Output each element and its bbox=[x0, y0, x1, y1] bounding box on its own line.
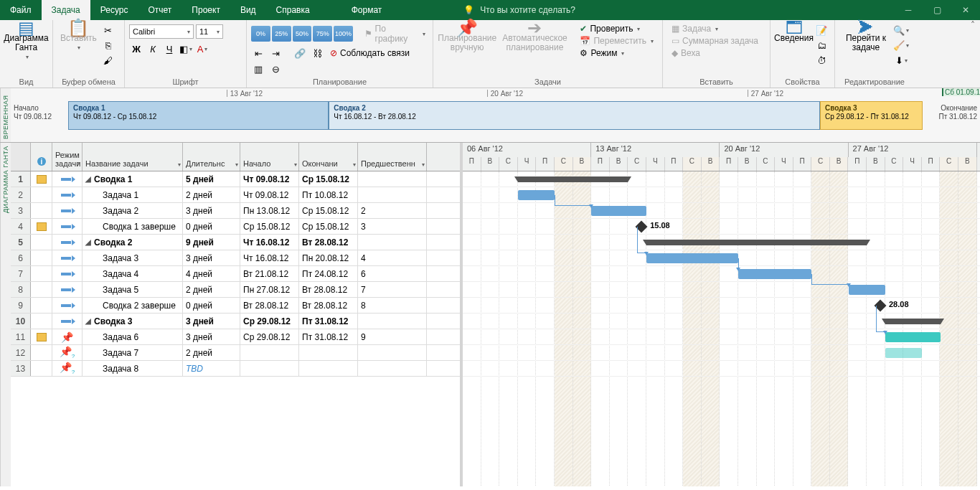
cell-name[interactable]: Задача 2 bbox=[83, 203, 183, 218]
inspect-button[interactable]: ✔Проверить▾ bbox=[577, 23, 656, 34]
collapse-icon[interactable]: ◢ bbox=[85, 238, 91, 246]
collapse-icon[interactable]: ◢ bbox=[85, 175, 91, 183]
tab-format[interactable]: Формат bbox=[341, 0, 392, 20]
cell-pred[interactable]: 6 bbox=[358, 266, 427, 281]
cell-finish[interactable] bbox=[299, 361, 358, 376]
cell-pred[interactable]: 3 bbox=[358, 219, 427, 234]
cell-finish[interactable]: Пт 10.08.12 bbox=[299, 187, 358, 202]
font-name-combo[interactable]: Calibri▾ bbox=[129, 24, 194, 39]
cell-indicator[interactable] bbox=[31, 187, 52, 202]
cell-finish[interactable]: Вт 28.08.12 bbox=[299, 282, 358, 297]
paste-button[interactable]: 📋 Вставить▾ bbox=[57, 22, 100, 54]
cell-name[interactable]: Сводка 1 заверше bbox=[83, 219, 183, 234]
table-row[interactable]: 9Сводка 2 заверше0 днейВт 28.08.12Вт 28.… bbox=[11, 298, 460, 314]
gantt-chart-button[interactable]: ▤ Диаграмма Ганта▾ bbox=[4, 22, 48, 63]
row-number[interactable]: 10 bbox=[11, 314, 31, 329]
cell-start[interactable]: Пн 27.08.12 bbox=[240, 282, 299, 297]
cell-name[interactable]: Сводка 2 заверше bbox=[83, 298, 183, 313]
cell-duration[interactable]: 3 дней bbox=[183, 203, 240, 218]
cell-start[interactable]: Чт 09.08.12 bbox=[240, 187, 299, 202]
table-row[interactable]: 6Задача 33 днейЧт 16.08.12Пн 20.08.124 bbox=[11, 250, 460, 266]
cell-pred[interactable] bbox=[358, 314, 427, 329]
col-predecessors[interactable]: Предшественн▾ bbox=[358, 143, 427, 171]
cell-finish[interactable]: Пт 31.08.12 bbox=[299, 329, 358, 344]
cell-mode[interactable] bbox=[52, 266, 83, 281]
row-number[interactable]: 8 bbox=[11, 282, 31, 297]
cell-name[interactable]: Задача 6 bbox=[83, 329, 183, 344]
collapse-ribbon-icon[interactable]: ˄ bbox=[966, 20, 980, 30]
respect-links-button[interactable]: ⊘Соблюдать связи bbox=[327, 47, 413, 59]
summary-bar[interactable] bbox=[885, 319, 941, 324]
cell-start[interactable]: Ср 29.08.12 bbox=[240, 329, 299, 344]
cell-mode[interactable] bbox=[52, 203, 83, 218]
cell-indicator[interactable] bbox=[31, 171, 52, 187]
cell-indicator[interactable] bbox=[31, 345, 52, 360]
table-row[interactable]: 4Сводка 1 заверше0 днейСр 15.08.12Ср 15.… bbox=[11, 219, 460, 235]
collapse-icon[interactable]: ◢ bbox=[85, 317, 91, 325]
cell-finish[interactable]: Ср 15.08.12 bbox=[299, 219, 358, 234]
auto-schedule-button[interactable]: ➔ Автоматическое планирование bbox=[496, 22, 573, 54]
cell-duration[interactable]: 5 дней bbox=[183, 171, 240, 187]
cell-duration[interactable]: 9 дней bbox=[183, 235, 240, 250]
cell-indicator[interactable] bbox=[31, 329, 52, 344]
task-bar[interactable] bbox=[885, 332, 941, 342]
table-row[interactable]: 7Задача 44 днейВт 21.08.12Пт 24.08.126 bbox=[11, 266, 460, 282]
table-row[interactable]: 8Задача 52 днейПн 27.08.12Вт 28.08.127 bbox=[11, 282, 460, 298]
cell-duration[interactable]: 2 дней bbox=[183, 282, 240, 297]
row-number[interactable]: 6 bbox=[11, 250, 31, 265]
cell-finish[interactable]: Пт 31.08.12 bbox=[299, 314, 358, 329]
cell-finish[interactable]: Ср 15.08.12 bbox=[299, 203, 358, 218]
format-painter-icon[interactable]: 🖌 bbox=[101, 53, 116, 67]
italic-button[interactable]: К bbox=[146, 42, 160, 56]
on-track-button[interactable]: ⚑По графику▾ bbox=[362, 23, 428, 44]
cell-start[interactable]: Чт 09.08.12 bbox=[240, 171, 299, 187]
close-icon[interactable]: ✕ bbox=[951, 0, 980, 20]
cell-mode[interactable] bbox=[52, 282, 83, 297]
cell-duration[interactable]: 2 дней bbox=[183, 345, 240, 360]
cell-name[interactable]: ◢Сводка 3 bbox=[83, 314, 183, 329]
cell-start[interactable]: Вт 21.08.12 bbox=[240, 266, 299, 281]
cell-indicator[interactable] bbox=[31, 314, 52, 329]
insert-task-button[interactable]: ▦Задача▾ bbox=[669, 23, 761, 34]
cell-indicator[interactable] bbox=[31, 282, 52, 297]
tab-help[interactable]: Справка bbox=[266, 0, 320, 20]
indent-button[interactable]: ⇥ bbox=[268, 46, 283, 60]
outdent-button[interactable]: ⇤ bbox=[251, 46, 265, 60]
pct-50-button[interactable]: 50% bbox=[293, 26, 312, 42]
row-number[interactable]: 2 bbox=[11, 187, 31, 202]
maximize-icon[interactable]: ▢ bbox=[923, 0, 951, 20]
col-duration[interactable]: Длительнс▾ bbox=[183, 143, 240, 171]
timeline-bar-1[interactable]: Сводка 1Чт 09.08.12 - Ср 15.08.12 bbox=[68, 101, 329, 130]
timeline-bar-3[interactable]: Сводка 3Ср 29.08.12 - Пт 31.08.12 bbox=[820, 101, 923, 130]
cell-indicator[interactable] bbox=[31, 235, 52, 250]
timeline-bar-2[interactable]: Сводка 2Чт 16.08.12 - Вт 28.08.12 bbox=[329, 101, 820, 130]
pct-100-button[interactable]: 100% bbox=[334, 26, 353, 42]
cell-duration[interactable]: 3 дней bbox=[183, 329, 240, 344]
table-row[interactable]: 3Задача 23 днейПн 13.08.12Ср 15.08.122 bbox=[11, 203, 460, 219]
cell-mode[interactable]: 📌? bbox=[52, 345, 83, 360]
col-indicator[interactable]: i bbox=[31, 143, 52, 171]
pct-75-button[interactable]: 75% bbox=[313, 26, 332, 42]
unlink-button[interactable]: ⛓ bbox=[310, 46, 324, 60]
col-name[interactable]: Название задачи▾ bbox=[83, 143, 183, 171]
cell-duration[interactable]: 3 дней bbox=[183, 314, 240, 329]
cell-finish[interactable] bbox=[299, 345, 358, 360]
summary-bar[interactable] bbox=[518, 176, 628, 182]
cell-pred[interactable]: 2 bbox=[358, 203, 427, 218]
cell-duration[interactable]: TBD bbox=[183, 361, 240, 376]
cell-start[interactable] bbox=[240, 345, 299, 360]
cell-name[interactable]: Задача 1 bbox=[83, 187, 183, 202]
cell-start[interactable]: Ср 15.08.12 bbox=[240, 219, 299, 234]
cell-pred[interactable]: 9 bbox=[358, 329, 427, 344]
cell-start[interactable]: Ср 29.08.12 bbox=[240, 314, 299, 329]
font-size-combo[interactable]: 11▾ bbox=[196, 24, 223, 39]
cell-mode[interactable] bbox=[52, 298, 83, 313]
mode-button[interactable]: ⚙Режим▾ bbox=[577, 47, 656, 59]
cell-name[interactable]: Задача 7 bbox=[83, 345, 183, 360]
tab-project[interactable]: Проект bbox=[182, 0, 230, 20]
cell-pred[interactable]: 8 bbox=[358, 298, 427, 313]
cell-indicator[interactable] bbox=[31, 298, 52, 313]
tab-view[interactable]: Вид bbox=[230, 0, 266, 20]
summary-bar[interactable] bbox=[646, 240, 867, 245]
timeline-bars[interactable]: Сводка 1Чт 09.08.12 - Ср 15.08.12 Сводка… bbox=[68, 101, 923, 130]
